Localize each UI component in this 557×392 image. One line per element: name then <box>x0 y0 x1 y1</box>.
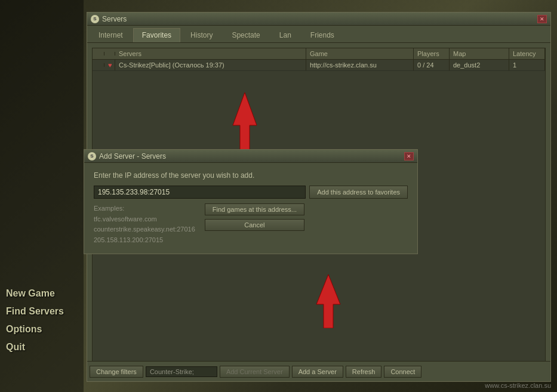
table-header: Servers Game Players Map Latency <box>93 48 545 60</box>
cell-server-name: Cs-Strikez[Public] (Осталось 19:37) <box>115 60 306 70</box>
tab-internet[interactable]: Internet <box>90 28 132 42</box>
add-to-favorites-button[interactable]: Add this address to favorites <box>309 186 408 199</box>
tab-lan[interactable]: Lan <box>270 28 300 42</box>
tab-history[interactable]: History <box>181 28 221 42</box>
col-header-players[interactable]: Players <box>414 48 450 59</box>
cell-players: 0 / 24 <box>414 60 450 70</box>
refresh-button[interactable]: Refresh <box>346 366 382 378</box>
dialog-title-bar: S Add Server - Servers ✕ <box>84 150 417 163</box>
window-close-button[interactable]: ✕ <box>537 15 547 23</box>
tab-friends[interactable]: Friends <box>301 28 343 42</box>
add-server-dialog[interactable]: S Add Server - Servers ✕ Enter the IP ad… <box>84 149 418 254</box>
cell-flag <box>93 63 104 67</box>
add-current-server-button[interactable]: Add Current Server <box>220 366 290 378</box>
example-3: 205.158.113.200:27015 <box>94 235 195 246</box>
change-filters-button[interactable]: Change filters <box>90 366 143 378</box>
title-bar-left: S Servers <box>91 15 127 23</box>
menu-item-new-game[interactable]: New Game <box>6 285 84 303</box>
connect-button[interactable]: Connect <box>384 366 421 378</box>
find-games-button[interactable]: Find games at this address... <box>205 203 304 215</box>
server-ip-input[interactable] <box>94 186 306 199</box>
menu-item-options[interactable]: Options <box>6 320 84 338</box>
dialog-steam-icon: S <box>88 152 96 160</box>
table-row[interactable]: ♥ Cs-Strikez[Public] (Осталось 19:37) ht… <box>93 60 545 71</box>
dialog-description: Enter the IP address of the server you w… <box>94 171 408 180</box>
tabs-bar: Internet Favorites History Spectate Lan … <box>87 26 550 43</box>
menu-item-quit[interactable]: Quit <box>6 338 84 356</box>
title-bar: S Servers ✕ <box>87 13 550 26</box>
dialog-close-button[interactable]: ✕ <box>404 152 414 160</box>
cell-latency: 1 <box>509 60 545 70</box>
col-header-game[interactable]: Game <box>306 48 414 59</box>
col-header-latency[interactable]: Latency <box>509 48 545 59</box>
cell-game: http://cs-strikez.clan.su <box>306 60 414 70</box>
col-header-map[interactable]: Map <box>450 48 509 59</box>
add-a-server-button[interactable]: Add a Server <box>292 366 343 378</box>
dialog-buttons-col: Find games at this address... Cancel <box>205 203 304 245</box>
col-header-fav <box>104 52 115 55</box>
menu-item-find-servers[interactable]: Find Servers <box>6 303 84 320</box>
example-2: counterstrike.speakeasy.net:27016 <box>94 224 195 235</box>
example-1: tfc.valvesoftware.com <box>94 214 195 225</box>
dialog-title-text: Add Server - Servers <box>99 152 166 160</box>
examples-label: Examples: <box>94 203 195 214</box>
col-header-flag <box>93 52 104 55</box>
tab-spectate[interactable]: Spectate <box>223 28 269 42</box>
dialog-input-row: Add this address to favorites <box>94 186 408 199</box>
left-panel: New Game Find Servers Options Quit <box>0 0 84 392</box>
dialog-body: Enter the IP address of the server you w… <box>84 163 417 254</box>
dialog-title-left: S Add Server - Servers <box>88 152 166 160</box>
col-header-servers[interactable]: Servers <box>115 48 306 59</box>
cell-map: de_dust2 <box>450 60 509 70</box>
bottom-bar: Change filters Add Current Server Add a … <box>87 361 550 381</box>
examples-section: Examples: tfc.valvesoftware.com counters… <box>94 203 408 245</box>
window-title: Servers <box>102 15 127 23</box>
steam-icon: S <box>91 15 99 23</box>
cell-fav: ♥ <box>104 60 115 70</box>
cancel-button[interactable]: Cancel <box>205 219 304 231</box>
watermark: www.cs-strikez.clan.su <box>485 382 551 389</box>
tab-favorites[interactable]: Favorites <box>133 28 180 42</box>
filter-input[interactable] <box>146 366 217 377</box>
examples-left: Examples: tfc.valvesoftware.com counters… <box>94 203 195 245</box>
